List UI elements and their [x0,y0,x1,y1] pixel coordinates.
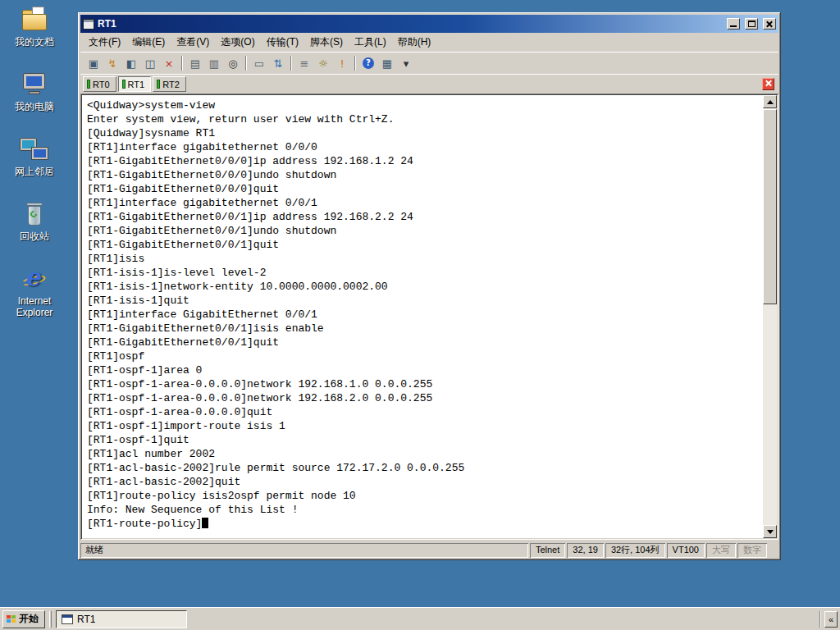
taskbar-grip [49,611,52,628]
connect-icon[interactable]: ▣ [84,54,103,72]
terminal-window-icon [62,614,73,624]
connect-in-tab-icon[interactable]: ◧ [122,54,140,72]
toolbar-separator [245,56,247,71]
close-button[interactable] [763,18,776,30]
disconnect-icon-glyph: × [165,58,174,69]
menu-bar: 文件(F)编辑(E)查看(V)选项(O)传输(T)脚本(S)工具(L)帮助(H) [80,33,778,52]
monitor-base-shape [29,91,40,94]
connected-led-icon [157,80,160,89]
connect-icon-glyph: ▣ [89,58,98,69]
session-tab-rt0[interactable]: RT0 [83,76,116,92]
desktop-icon-my-computer[interactable]: 我的电脑 [5,70,64,112]
menu-item-4[interactable]: 传输(T) [261,33,304,52]
reconnect-icon[interactable]: ◫ [141,54,159,72]
help-icon[interactable]: ? [359,54,377,72]
maximize-button[interactable] [745,18,758,30]
tab-close-button[interactable] [762,78,774,90]
tabs: RT0RT1RT2 [83,76,188,92]
menu-item-5[interactable]: 脚本(S) [304,33,349,52]
status-num-lock: 数字 [737,543,767,558]
menu-item-1[interactable]: 编辑(E) [126,33,171,52]
menu-item-0[interactable]: 文件(F) [83,33,126,52]
start-label: 开始 [19,612,39,626]
transfer-icon[interactable]: ⇅ [269,54,287,72]
toolbar-separator [354,56,356,71]
desktop-icon-label: 回收站 [5,231,64,242]
desktop-icon-recycle-bin[interactable]: 回收站 [5,199,64,242]
status-protocol: Telnet [530,543,565,558]
desktop-icon-label: 我的电脑 [5,101,64,112]
my-computer-icon [19,70,50,99]
windows-flag-icon [7,615,16,623]
screen-shape [34,149,46,158]
desktop-icon-my-documents[interactable]: 我的文档 [5,5,64,48]
scroll-thumb[interactable] [763,109,777,304]
menu-item-2[interactable]: 查看(V) [171,33,215,52]
keymap-icon[interactable]: ≡ [295,54,313,72]
scroll-down-icon [767,530,774,537]
tab-bar: RT0RT1RT2 [80,74,778,94]
terminal-cursor [202,518,208,528]
terminal-area[interactable]: <Quidway>system-view Enter system view, … [80,94,778,540]
connect-in-tab-icon-glyph: ◧ [126,58,136,69]
status-terminal-size: 32行, 104列 [605,543,665,558]
menu-item-3[interactable]: 选项(O) [215,33,260,52]
quick-connect-icon[interactable]: ↯ [103,54,121,72]
taskbar-task-label: RT1 [77,614,95,625]
screen-shape [26,76,42,86]
find-icon[interactable]: ◎ [224,54,242,72]
session-tab-label: RT2 [162,80,180,89]
toolbar-separator [290,56,292,71]
session-options-icon[interactable]: ☼ [314,54,332,72]
scroll-up-button[interactable] [763,95,777,108]
tray-chevron-button[interactable]: « [824,611,838,628]
tray-divider [819,611,821,628]
maximize-icon [748,21,756,27]
taskbar-task-rt1[interactable]: RT1 [56,610,187,628]
copy-icon[interactable]: ▤ [186,54,204,72]
connected-led-icon [122,80,126,89]
menu-item-7[interactable]: 帮助(H) [392,33,437,52]
status-emulation: VT100 [667,543,705,558]
toolbar-separator [181,56,183,71]
system-tray: « [819,610,838,628]
task-list: RT1 [56,610,187,628]
desktop-icon-internet-explorer[interactable]: eInternet Explorer [5,264,64,318]
run-script-icon-glyph: ! [340,58,344,69]
paste-icon[interactable]: ▥ [205,54,223,72]
session-options-icon-glyph: ☼ [318,58,328,69]
minimize-button[interactable] [727,18,740,30]
keymap-icon-glyph: ≡ [300,58,309,69]
print-icon[interactable]: ▭ [250,54,268,72]
menu-item-6[interactable]: 工具(L) [349,33,392,52]
terminal-window: RT1 文件(F)编辑(E)查看(V)选项(O)传输(T)脚本(S)工具(L)帮… [78,12,781,560]
connected-led-icon [87,80,90,89]
session-tab-rt2[interactable]: RT2 [153,76,186,92]
resize-grip [769,543,778,558]
taskbar: 开始 RT1 « [0,607,840,630]
properties-icon-glyph: ▦ [382,58,392,69]
terminal-app-icon [83,19,94,30]
desktop-icon-label: Internet Explorer [5,295,64,318]
window-title: RT1 [98,18,722,30]
disconnect-icon[interactable]: × [160,54,178,72]
toolbar-overflow-icon-glyph: ▾ [404,58,409,69]
desktop-icon-label: 我的文档 [5,36,64,48]
terminal-output[interactable]: <Quidway>system-view Enter system view, … [82,95,763,538]
properties-icon[interactable]: ▦ [378,54,396,72]
run-script-icon[interactable]: ! [333,54,351,72]
session-tab-rt1[interactable]: RT1 [118,76,152,92]
recycle-bin-icon [19,199,50,229]
vertical-scrollbar[interactable] [763,95,777,538]
my-documents-icon [19,5,50,34]
status-message: 就绪 [80,543,528,558]
status-cursor-position: 32, 19 [567,543,604,558]
internet-explorer-icon: e [19,264,50,294]
scroll-down-button[interactable] [763,525,777,538]
session-tab-label: RT0 [93,80,110,89]
toolbar-overflow-icon[interactable]: ▾ [397,54,415,72]
titlebar[interactable]: RT1 [80,15,778,33]
status-caps-lock: 大写 [706,543,736,558]
desktop-icon-network-places[interactable]: 网上邻居 [5,135,64,177]
start-button[interactable]: 开始 [2,610,45,628]
